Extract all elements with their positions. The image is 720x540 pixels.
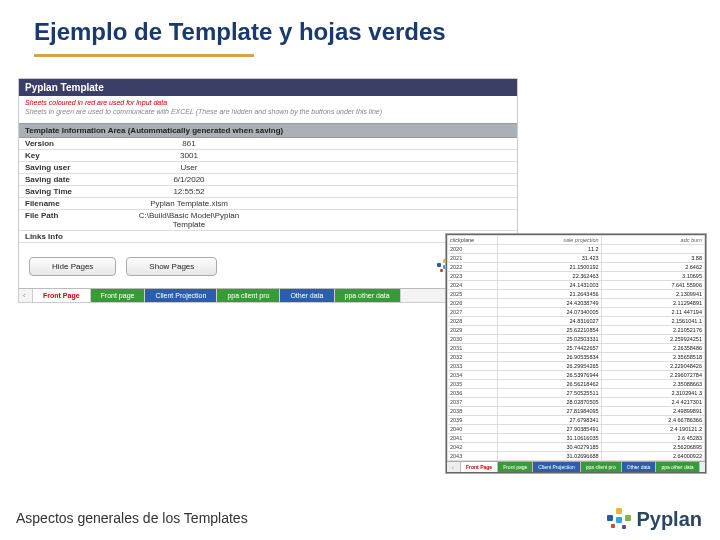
sheet-row: 204027.903854912.4 190121.2 [448, 425, 705, 434]
info-row: Key3001 [19, 150, 517, 162]
info-value: 861 [129, 138, 249, 150]
info-spacer [249, 162, 517, 174]
worksheet-tab[interactable]: ppa other data [335, 289, 401, 302]
show-pages-button[interactable]: Show Pages [126, 257, 217, 276]
info-row: Saving date6/1/2020 [19, 174, 517, 186]
note-red: Sheets coloured in red are used for inpu… [25, 99, 511, 108]
sheet-row: 202131.4233.88 [448, 254, 705, 263]
sheet-cell: 2.21052176 [601, 326, 704, 335]
info-spacer [249, 150, 517, 162]
sheet-worksheet-tab[interactable]: ppa other data [656, 462, 699, 472]
sheet-worksheet-tab[interactable]: Client Projection [533, 462, 580, 472]
sheet-cell: 21.2643456 [498, 290, 601, 299]
info-value: 12:55:52 [129, 186, 249, 198]
sheet-row: 202824.83160272.1561041.1 [448, 317, 705, 326]
sheet-cell: 2.296072784 [601, 371, 704, 380]
sheet-row: 202624.420387492.11294891 [448, 299, 705, 308]
info-row: FilenamePyplan Template.xlsm [19, 198, 517, 210]
sheet-cell: 2.49899891 [601, 407, 704, 416]
sheet-table: clickplanesale projectionadc burn202011.… [447, 235, 705, 461]
sheet-cell: 2.26358486 [601, 344, 704, 353]
sheet-cell: 2.56206895 [601, 443, 704, 452]
sheet-panel: clickplanesale projectionadc burn202011.… [446, 234, 706, 473]
template-panel: Pyplan Template Sheets coloured in red a… [18, 78, 518, 303]
sheet-cell: 2022 [448, 263, 498, 272]
sheet-cell: 2.6 45283 [601, 434, 704, 443]
info-key: Saving date [19, 174, 129, 186]
sheet-cell: 21.1500192 [498, 263, 601, 272]
sheet-cell: 31.10616035 [498, 434, 601, 443]
sheet-cell: 31.02696688 [498, 452, 601, 461]
sheet-row: 202724.073400052.11 447194 [448, 308, 705, 317]
template-tabs: ‹ Front PageFront pageClient Projectionp… [19, 288, 517, 302]
sheet-column-header: adc burn [601, 236, 704, 245]
hide-pages-button[interactable]: Hide Pages [29, 257, 116, 276]
sheet-worksheet-tab[interactable]: Front Page [461, 462, 498, 472]
sheet-column-header: sale projection [498, 236, 601, 245]
sheet-cell: 2043 [448, 452, 498, 461]
sheet-cell: 24.1431003 [498, 281, 601, 290]
worksheet-tab[interactable]: Other data [280, 289, 334, 302]
sheet-cell: 2021 [448, 254, 498, 263]
info-value [129, 231, 249, 243]
sheet-row: 202925.622108542.21052176 [448, 326, 705, 335]
sheet-row: 202424.14310037.641 55906 [448, 281, 705, 290]
sheet-cell: 2037 [448, 398, 498, 407]
sheet-cell: 26.29954265 [498, 362, 601, 371]
sheet-worksheet-tab[interactable]: ppa client pro [581, 462, 622, 472]
sheet-cell: 25.02503331 [498, 335, 601, 344]
sheet-cell: 2025 [448, 290, 498, 299]
info-spacer [249, 186, 517, 198]
info-row: File PathC:\Build\Basic Model\Pyplan Tem… [19, 210, 517, 231]
title-underline [34, 54, 254, 57]
template-notes: Sheets coloured in red are used for inpu… [19, 96, 517, 123]
note-gray: Sheets in green are used to communicate … [25, 108, 511, 117]
sheet-cell: 2.4 4217301 [601, 398, 704, 407]
tab-scroll-left[interactable]: ‹ [19, 289, 33, 302]
info-row: Saving Time12:55:52 [19, 186, 517, 198]
sheet-column-header: clickplane [448, 236, 498, 245]
sheet-row: 203025.025033312.259924251 [448, 335, 705, 344]
sheet-cell: 2040 [448, 425, 498, 434]
sheet-tabs: ‹ Front PageFront pageClient Projectionp… [447, 461, 705, 472]
sheet-worksheet-tab[interactable]: Other data [622, 462, 657, 472]
sheet-cell: 2028 [448, 317, 498, 326]
info-value: 6/1/2020 [129, 174, 249, 186]
sheet-row: 203526.562184622.35088663 [448, 380, 705, 389]
sheet-cell: 25.74422657 [498, 344, 601, 353]
template-header: Pyplan Template [19, 79, 517, 96]
sheet-cell [601, 245, 704, 254]
info-key: Saving user [19, 162, 129, 174]
sheet-cell: 2024 [448, 281, 498, 290]
worksheet-tab[interactable]: Client Projection [145, 289, 217, 302]
worksheet-tab[interactable]: Front page [91, 289, 146, 302]
sheet-row: 202521.26434562.1309941 [448, 290, 705, 299]
sheet-row: 204331.026966882.64000922 [448, 452, 705, 461]
info-key: Key [19, 150, 129, 162]
sheet-cell: 3.88 [601, 254, 704, 263]
sheet-cell: 27.81984095 [498, 407, 601, 416]
worksheet-tab[interactable]: Front Page [33, 289, 91, 302]
sheet-cell: 2.6462 [601, 263, 704, 272]
sheet-cell: 2.1309941 [601, 290, 704, 299]
worksheet-tab[interactable]: ppa client pro [217, 289, 280, 302]
info-row: Links Info [19, 231, 517, 243]
sheet-cell: 2032 [448, 353, 498, 362]
sheet-cell: 2.64000922 [601, 452, 704, 461]
info-value: User [129, 162, 249, 174]
sheet-row: 202221.15001922.6462 [448, 263, 705, 272]
sheet-cell: 24.8316027 [498, 317, 601, 326]
sheet-cell: 2039 [448, 416, 498, 425]
sheet-cell: 24.07340005 [498, 308, 601, 317]
sheet-cell: 2027 [448, 308, 498, 317]
sheet-cell: 2.35658518 [601, 353, 704, 362]
sheet-row: 203827.819840952.49899891 [448, 407, 705, 416]
sheet-cell: 2035 [448, 380, 498, 389]
sheet-cell: 2.259924251 [601, 335, 704, 344]
sheet-worksheet-tab[interactable]: Front page [498, 462, 533, 472]
sheet-cell: 2041 [448, 434, 498, 443]
info-key: Filename [19, 198, 129, 210]
sheet-cell: 2023 [448, 272, 498, 281]
sheet-tab-scroll-left[interactable]: ‹ [447, 462, 461, 472]
button-row: Hide Pages Show Pages Pyplan [19, 243, 517, 288]
